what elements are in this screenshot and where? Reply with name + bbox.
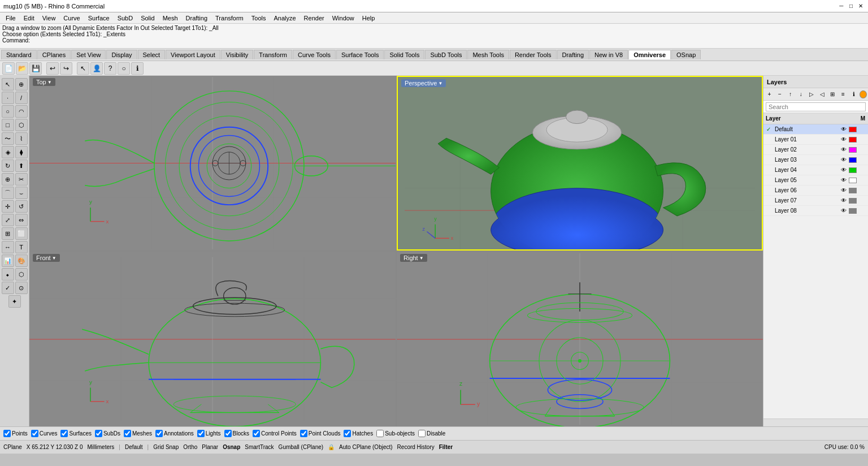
- fillet-tool[interactable]: ⌒: [2, 187, 14, 199]
- select-icon[interactable]: ↖: [77, 62, 89, 75]
- menu-curve[interactable]: Curve: [60, 14, 83, 22]
- tab-cplanes[interactable]: CPlanes: [37, 50, 71, 59]
- patch-tool[interactable]: ⧫: [15, 146, 28, 158]
- layer-eye-07[interactable]: 👁: [840, 197, 848, 204]
- layer-list-icon[interactable]: ≡: [839, 89, 848, 100]
- layer-eye-04[interactable]: 👁: [840, 167, 848, 173]
- menu-solid[interactable]: Solid: [137, 14, 158, 22]
- trim-tool[interactable]: ✂: [15, 173, 28, 185]
- tab-display[interactable]: Display: [106, 50, 137, 59]
- filter-curves[interactable]: Curves: [31, 430, 58, 437]
- viewport-top[interactable]: Top ▼: [29, 76, 396, 251]
- osnap-label[interactable]: Osnap: [223, 444, 240, 450]
- layer-eye-02[interactable]: 👁: [840, 146, 848, 153]
- redo-icon[interactable]: ↪: [60, 62, 72, 75]
- layers-search-input[interactable]: [766, 102, 866, 111]
- filter-control-points[interactable]: Control Points: [253, 430, 297, 437]
- new-icon[interactable]: 📄: [2, 62, 15, 75]
- layer-row-04[interactable]: Layer 04 👁: [763, 165, 868, 175]
- menu-tools[interactable]: Tools: [248, 14, 270, 22]
- point-tool[interactable]: ·: [2, 92, 14, 104]
- maximize-button[interactable]: □: [847, 2, 855, 10]
- menu-help[interactable]: Help: [359, 14, 379, 22]
- line-tool[interactable]: /: [15, 92, 28, 104]
- text-tool[interactable]: T: [15, 241, 28, 253]
- tab-standard[interactable]: Standard: [1, 50, 37, 59]
- menu-window[interactable]: Window: [329, 14, 358, 22]
- viewport-front[interactable]: Front ▼: [29, 252, 396, 426]
- cage-tool[interactable]: ⬡: [15, 268, 28, 281]
- layer-color-04[interactable]: [849, 167, 857, 173]
- viewport-top-label[interactable]: Top ▼: [33, 78, 55, 86]
- layer-up-icon[interactable]: ↑: [785, 89, 795, 100]
- check-tool[interactable]: ✓: [2, 282, 14, 294]
- viewport-right-label[interactable]: Right ▼: [400, 254, 427, 262]
- viewport-perspective[interactable]: Perspective ▼: [397, 76, 763, 251]
- layer-eye-01[interactable]: 👁: [840, 136, 848, 143]
- wand-tool[interactable]: ✦: [8, 295, 21, 308]
- info-icon[interactable]: ℹ: [131, 62, 144, 75]
- tab-drafting[interactable]: Drafting: [557, 50, 589, 59]
- menu-transform[interactable]: Transform: [212, 14, 247, 22]
- move-tool[interactable]: ✛: [2, 200, 14, 213]
- tab-transform[interactable]: Transform: [254, 50, 292, 59]
- ortho-label[interactable]: Ortho: [183, 444, 197, 450]
- undo-icon[interactable]: ↩: [46, 62, 59, 75]
- layer-collapse-icon[interactable]: ◁: [817, 89, 827, 100]
- render-tool[interactable]: 🎨: [15, 254, 28, 267]
- mirror-tool[interactable]: ⇔: [15, 214, 28, 226]
- blend-tool[interactable]: ⌣: [15, 187, 28, 199]
- layer-color-02[interactable]: [849, 147, 857, 153]
- layer-eye-default[interactable]: 👁: [840, 126, 848, 132]
- layer-add-icon[interactable]: +: [765, 89, 774, 100]
- layer-row-01[interactable]: Layer 01 👁: [763, 135, 868, 145]
- group-tool[interactable]: ⬜: [15, 227, 28, 240]
- filter-point-clouds[interactable]: Point Clouds: [300, 430, 341, 437]
- filter-subobjects[interactable]: Sub-objects: [376, 430, 415, 437]
- viewport-right[interactable]: Right ▼: [397, 252, 763, 426]
- tab-osnap[interactable]: OSnap: [671, 50, 701, 59]
- filter-surfaces[interactable]: Surfaces: [60, 430, 91, 437]
- extrude-tool[interactable]: ⬆: [15, 159, 28, 172]
- tab-new-v8[interactable]: New in V8: [589, 50, 628, 59]
- minimize-button[interactable]: ─: [837, 2, 845, 10]
- tab-solid-tools[interactable]: Solid Tools: [384, 50, 424, 59]
- layer-row-02[interactable]: Layer 02 👁: [763, 145, 868, 155]
- filter-annotations[interactable]: Annotations: [155, 430, 194, 437]
- array-tool[interactable]: ⊞: [2, 227, 14, 240]
- tab-setview[interactable]: Set View: [71, 50, 106, 59]
- menu-drafting[interactable]: Drafting: [183, 14, 211, 22]
- rotate-tool[interactable]: ↺: [15, 200, 28, 213]
- layer-down-icon[interactable]: ↓: [796, 89, 806, 100]
- dimension-tool[interactable]: ↔: [2, 241, 14, 253]
- boolean-tool[interactable]: ⊕: [2, 173, 14, 185]
- nurbs-tool[interactable]: ⌇: [15, 132, 28, 145]
- layer-row-05[interactable]: Layer 05 👁: [763, 175, 868, 185]
- layer-eye-06[interactable]: 👁: [840, 187, 848, 193]
- cursor-tool[interactable]: ↖: [2, 78, 14, 90]
- layer-color-default[interactable]: [849, 127, 857, 132]
- layer-color-05[interactable]: [849, 178, 857, 183]
- menu-surface[interactable]: Surface: [85, 14, 113, 22]
- viewport-perspective-label[interactable]: Perspective ▼: [401, 79, 446, 87]
- layer-row-default[interactable]: ✓ Default 👁: [763, 124, 868, 135]
- filter-subds[interactable]: SubDs: [95, 430, 120, 437]
- tab-subd-tools[interactable]: SubD Tools: [425, 50, 467, 59]
- layer-row-06[interactable]: Layer 06 👁: [763, 185, 868, 196]
- tab-mesh-tools[interactable]: Mesh Tools: [467, 50, 509, 59]
- freeform-tool[interactable]: 〜: [2, 132, 14, 145]
- layer-check-default[interactable]: ✓: [765, 126, 772, 132]
- layer-color-03[interactable]: [849, 157, 857, 163]
- layer-info-icon[interactable]: ℹ: [849, 89, 858, 100]
- layer-grid-icon[interactable]: ⊞: [828, 89, 837, 100]
- filter-disable[interactable]: Disable: [418, 430, 445, 437]
- tab-curve-tools[interactable]: Curve Tools: [293, 50, 336, 59]
- filter-meshes[interactable]: Meshes: [124, 430, 152, 437]
- layer-color-06[interactable]: [849, 188, 857, 193]
- polygon-tool[interactable]: ⬡: [15, 119, 28, 131]
- scale-tool[interactable]: ⤢: [2, 214, 14, 226]
- control-points-tool[interactable]: ⬥: [2, 268, 14, 281]
- layer-color-01[interactable]: [849, 137, 857, 143]
- surface-tool[interactable]: ◈: [2, 146, 14, 158]
- layer-row-07[interactable]: Layer 07 👁: [763, 196, 868, 206]
